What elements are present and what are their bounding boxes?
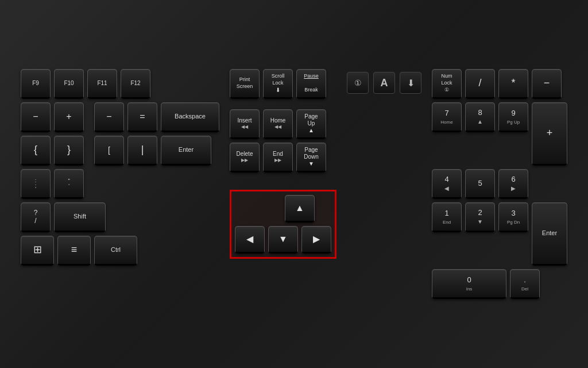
key-numplus[interactable]: + xyxy=(532,102,567,166)
row-ctrl: ⊞ ≡ Ctrl xyxy=(21,236,219,266)
key-numdiv[interactable]: / xyxy=(465,69,495,99)
row-colon: :; "' xyxy=(21,169,219,199)
key-num5[interactable]: 5 xyxy=(465,169,495,199)
arrow-up-row: ▲ xyxy=(235,195,331,223)
indicator-row: ① A ⬇ xyxy=(347,72,421,94)
key-num7[interactable]: 7Home xyxy=(432,102,462,132)
key-menu[interactable]: ≡ xyxy=(57,236,91,266)
key-delete[interactable]: Delete▶▶ xyxy=(230,143,260,172)
numpad-row1: 7Home 8▲ 9Pg Up + xyxy=(432,102,567,166)
indicators-section: ① A ⬇ xyxy=(347,69,421,94)
key-plus[interactable]: + xyxy=(54,102,84,132)
key-shift[interactable]: Shift xyxy=(54,202,106,232)
special-keys-row: PrintScreen ScrollLock⬇ PauseBreak xyxy=(230,69,336,99)
indicator-capslock: A xyxy=(373,72,395,94)
key-open-brace[interactable]: { xyxy=(21,136,51,166)
key-scroll-lock[interactable]: ScrollLock⬇ xyxy=(263,69,293,99)
fkeys-row: F9 F10 F11 F12 xyxy=(21,69,219,99)
key-print-screen[interactable]: PrintScreen xyxy=(230,69,260,99)
key-quote[interactable]: "' xyxy=(54,169,84,199)
key-equals[interactable]: = xyxy=(127,102,157,132)
key-insert[interactable]: Insert◀◀ xyxy=(230,109,260,139)
key-nummul[interactable]: * xyxy=(498,69,528,99)
key-numdot[interactable]: .Del xyxy=(510,269,540,299)
main-section: F9 F10 F11 F12 − + − = Backspace { } [ | xyxy=(21,69,219,266)
key-left[interactable]: ◀ xyxy=(235,226,265,254)
key-down[interactable]: ▼ xyxy=(268,226,298,254)
key-backspace[interactable]: Backspace xyxy=(161,102,219,132)
key-minus2[interactable]: − xyxy=(94,102,124,132)
key-f10[interactable]: F10 xyxy=(54,69,84,99)
numpad-row3: 1End 2▼ 3Pg Dn Enter xyxy=(432,202,567,266)
key-num9[interactable]: 9Pg Up xyxy=(498,102,528,132)
key-question[interactable]: ?/ xyxy=(21,202,51,232)
row-minus: − + − = Backspace xyxy=(21,102,219,132)
key-num2[interactable]: 2▼ xyxy=(465,202,495,232)
key-f9[interactable]: F9 xyxy=(21,69,51,99)
key-f11[interactable]: F11 xyxy=(87,69,117,99)
arrow-cluster: ▲ ◀ ▼ ▶ xyxy=(230,190,336,259)
key-close-brace[interactable]: } xyxy=(54,136,84,166)
key-pipe[interactable]: | xyxy=(127,136,157,166)
nav-row1: Insert◀◀ Home◀◀ PageUp▲ xyxy=(230,109,336,139)
key-right[interactable]: ▶ xyxy=(301,226,331,254)
key-home[interactable]: Home◀◀ xyxy=(263,109,293,139)
key-numenter[interactable]: Enter xyxy=(532,202,567,266)
nav-row2: Delete▶▶ End▶▶ PageDown▼ xyxy=(230,143,336,172)
key-page-up[interactable]: PageUp▲ xyxy=(296,109,326,139)
key-enter[interactable]: Enter xyxy=(161,136,211,166)
key-minus[interactable]: − xyxy=(21,102,51,132)
key-num3[interactable]: 3Pg Dn xyxy=(498,202,528,232)
key-num4[interactable]: 4◀ xyxy=(432,169,462,199)
key-end[interactable]: End▶▶ xyxy=(263,143,293,172)
numpad-section: NumLock① / * − 7Home 8▲ 9Pg Up + 4◀ 5 6▶… xyxy=(432,69,567,299)
key-page-down[interactable]: PageDown▼ xyxy=(296,143,326,172)
keyboard: F9 F10 F11 F12 − + − = Backspace { } [ | xyxy=(21,69,567,299)
key-ctrl[interactable]: Ctrl xyxy=(94,236,137,266)
row-braces: { } [ | Enter xyxy=(21,136,219,166)
indicator-numlock: ① xyxy=(347,72,369,94)
key-num6[interactable]: 6▶ xyxy=(498,169,528,199)
keyboard-image: F9 F10 F11 F12 − + − = Backspace { } [ | xyxy=(0,0,588,368)
numpad-row0: NumLock① / * − xyxy=(432,69,567,99)
numpad-row2: 4◀ 5 6▶ xyxy=(432,169,567,199)
key-numlock[interactable]: NumLock① xyxy=(432,69,462,99)
key-open-bracket[interactable]: [ xyxy=(94,136,124,166)
row-shift: ?/ Shift xyxy=(21,202,219,232)
key-numminus[interactable]: − xyxy=(532,69,562,99)
arrow-bottom-row: ◀ ▼ ▶ xyxy=(235,226,331,254)
key-num1[interactable]: 1End xyxy=(432,202,462,232)
numpad-row4: 0Ins .Del xyxy=(432,269,567,299)
key-colon[interactable]: :; xyxy=(21,169,51,199)
key-up[interactable]: ▲ xyxy=(285,195,315,223)
key-f12[interactable]: F12 xyxy=(121,69,150,99)
indicator-scrolllock: ⬇ xyxy=(400,72,421,94)
nav-column: PrintScreen ScrollLock⬇ PauseBreak Inser… xyxy=(230,69,336,259)
key-pause-break[interactable]: PauseBreak xyxy=(296,69,326,99)
key-num8[interactable]: 8▲ xyxy=(465,102,495,132)
key-num0[interactable]: 0Ins xyxy=(432,269,506,299)
key-win[interactable]: ⊞ xyxy=(21,236,54,266)
